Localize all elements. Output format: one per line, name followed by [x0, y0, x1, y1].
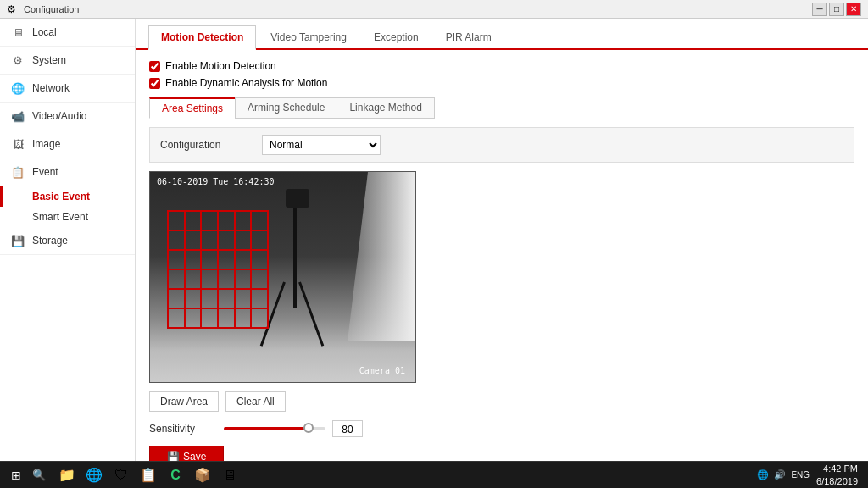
- grid-cell[interactable]: [218, 289, 235, 308]
- grid-cell[interactable]: [185, 308, 202, 328]
- start-button[interactable]: ⊞: [5, 464, 27, 486]
- grid-cell[interactable]: [185, 269, 202, 289]
- taskbar-app-shield[interactable]: 🛡: [108, 463, 134, 488]
- motion-grid[interactable]: [167, 210, 269, 329]
- slider-thumb[interactable]: [303, 423, 314, 433]
- taskbar-search[interactable]: 🔍: [27, 464, 51, 486]
- network-icon: 🌐: [10, 80, 25, 96]
- grid-cell[interactable]: [168, 269, 185, 289]
- grid-cell[interactable]: [218, 308, 235, 328]
- grid-cell[interactable]: [185, 289, 202, 308]
- grid-cell[interactable]: [201, 308, 218, 328]
- grid-cell[interactable]: [168, 308, 185, 328]
- grid-cell[interactable]: [185, 250, 202, 269]
- grid-cell[interactable]: [218, 269, 235, 289]
- enable-motion-checkbox[interactable]: [149, 61, 160, 72]
- camera-view: 06-10-2019 Tue 16:42:30 Camera 01: [149, 171, 416, 383]
- grid-cell[interactable]: [168, 211, 185, 230]
- taskbar-app-explorer[interactable]: 📁: [54, 463, 80, 488]
- sidebar-item-event[interactable]: 📋 Event: [0, 158, 135, 186]
- right-panel: Motion Detection Video Tampering Excepti…: [136, 19, 868, 461]
- tab-exception[interactable]: Exception: [361, 25, 431, 50]
- grid-cell[interactable]: [201, 211, 218, 230]
- sidebar-item-network[interactable]: 🌐 Network: [0, 75, 135, 103]
- draw-area-button[interactable]: Draw Area: [149, 391, 219, 412]
- grid-row: [168, 230, 268, 250]
- grid-cell[interactable]: [235, 308, 252, 328]
- minimize-button[interactable]: ─: [812, 3, 827, 16]
- sub-tab-area-settings[interactable]: Area Settings: [149, 97, 236, 119]
- grid-row: [168, 269, 268, 289]
- taskbar-app-target[interactable]: C: [163, 463, 188, 488]
- grid-cell[interactable]: [251, 230, 268, 250]
- camera-label: Camera 01: [359, 366, 405, 375]
- save-button[interactable]: 💾 Save: [149, 446, 224, 461]
- taskbar-system-icons: 🌐 🔊 ENG: [757, 469, 810, 480]
- grid-cell[interactable]: [235, 250, 252, 269]
- taskbar-app-notepad[interactable]: 📋: [136, 463, 161, 488]
- taskbar-app-chrome[interactable]: 🌐: [81, 463, 107, 488]
- enable-dynamic-checkbox[interactable]: [149, 78, 160, 89]
- sub-tab-bar: Area Settings Arming Schedule Linkage Me…: [149, 97, 854, 119]
- sensitivity-slider[interactable]: [224, 426, 326, 431]
- sidebar-item-video-audio[interactable]: 📹 Video/Audio: [0, 103, 135, 130]
- sidebar-item-local[interactable]: 🖥 Local: [0, 19, 135, 47]
- slider-fill: [224, 427, 305, 430]
- grid-cell[interactable]: [235, 289, 252, 308]
- grid-cell[interactable]: [251, 308, 268, 328]
- sub-tab-arming-schedule[interactable]: Arming Schedule: [235, 97, 337, 119]
- sidebar-item-system[interactable]: ⚙ System: [0, 47, 135, 75]
- sidebar-label-image: Image: [32, 138, 60, 150]
- grid-cell[interactable]: [201, 230, 218, 250]
- shield-icon: 🛡: [114, 468, 128, 483]
- grid-cell[interactable]: [168, 250, 185, 269]
- close-button[interactable]: ✕: [846, 3, 861, 16]
- grid-cell[interactable]: [251, 250, 268, 269]
- sidebar-item-basic-event[interactable]: Basic Event: [0, 186, 135, 207]
- maximize-button[interactable]: □: [829, 3, 844, 16]
- taskbar-app-box[interactable]: 📦: [190, 463, 215, 488]
- sensitivity-row: Sensitivity 80: [149, 420, 854, 437]
- grid-cell[interactable]: [235, 211, 252, 230]
- sidebar-label-event: Event: [32, 166, 58, 178]
- lang-indicator: ENG: [791, 470, 810, 480]
- tab-video-tampering[interactable]: Video Tampering: [258, 25, 359, 50]
- network-tray-icon: 🌐: [757, 469, 769, 480]
- config-select[interactable]: Normal Advanced: [262, 135, 381, 155]
- grid-cell[interactable]: [235, 230, 252, 250]
- video-audio-icon: 📹: [10, 108, 25, 124]
- grid-cell[interactable]: [201, 289, 218, 308]
- tab-pir-alarm[interactable]: PIR Alarm: [433, 25, 504, 50]
- sidebar: 🖥 Local ⚙ System 🌐 Network 📹 Video/Audio…: [0, 19, 136, 461]
- tab-motion-detection[interactable]: Motion Detection: [148, 25, 256, 50]
- grid-row: [168, 211, 268, 230]
- sidebar-label-network: Network: [32, 82, 70, 94]
- grid-cell[interactable]: [251, 289, 268, 308]
- grid-cell[interactable]: [201, 269, 218, 289]
- grid-cell[interactable]: [251, 211, 268, 230]
- grid-cell[interactable]: [218, 211, 235, 230]
- taskbar-app-monitor[interactable]: 🖥: [217, 463, 242, 488]
- grid-row: [168, 289, 268, 308]
- sidebar-item-storage[interactable]: 💾 Storage: [0, 227, 135, 255]
- system-icon: ⚙: [10, 53, 25, 68]
- clear-all-button[interactable]: Clear All: [225, 391, 286, 412]
- image-icon: 🖼: [10, 136, 25, 152]
- grid-cell[interactable]: [168, 230, 185, 250]
- grid-cell[interactable]: [185, 211, 202, 230]
- sidebar-item-image[interactable]: 🖼 Image: [0, 130, 135, 158]
- enable-dynamic-label: Enable Dynamic Analysis for Motion: [165, 77, 327, 89]
- chrome-icon: 🌐: [86, 467, 103, 483]
- app-icon: ⚙: [7, 3, 19, 15]
- sidebar-item-smart-event[interactable]: Smart Event: [0, 207, 135, 227]
- grid-cell[interactable]: [168, 289, 185, 308]
- grid-cell[interactable]: [185, 230, 202, 250]
- grid-cell[interactable]: [218, 230, 235, 250]
- grid-cell[interactable]: [218, 250, 235, 269]
- grid-cell[interactable]: [201, 250, 218, 269]
- tab-bar: Motion Detection Video Tampering Excepti…: [136, 19, 868, 50]
- grid-cell[interactable]: [251, 269, 268, 289]
- grid-cell[interactable]: [235, 269, 252, 289]
- grid-row: [168, 250, 268, 269]
- sub-tab-linkage-method[interactable]: Linkage Method: [337, 97, 434, 119]
